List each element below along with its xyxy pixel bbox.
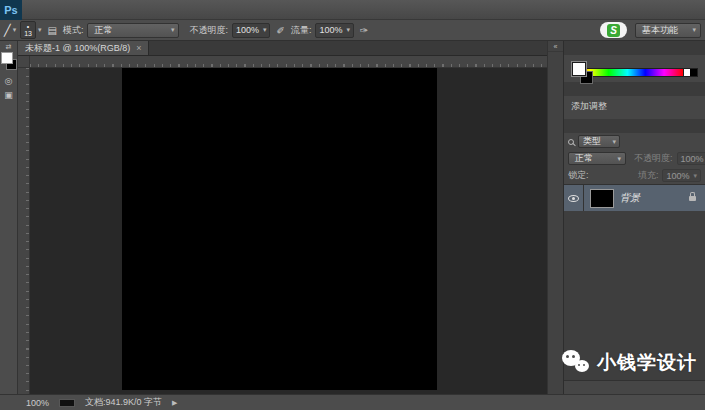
layer-filter-row: 类型 ▾ bbox=[564, 133, 705, 150]
chevron-down-icon: ▾ bbox=[612, 138, 616, 146]
chevron-down-icon: ▾ bbox=[38, 26, 42, 34]
chevron-down-icon: ▾ bbox=[617, 155, 621, 163]
flow-value: 100% bbox=[319, 25, 342, 35]
quick-mask-button[interactable]: ◎ bbox=[0, 74, 17, 88]
pasteboard[interactable] bbox=[30, 68, 547, 394]
color-swatches bbox=[0, 52, 17, 74]
fill-label: 填充: bbox=[638, 169, 659, 182]
close-tab-icon[interactable]: × bbox=[136, 43, 141, 53]
vertical-ruler[interactable] bbox=[18, 68, 30, 394]
color-panel-body bbox=[564, 55, 705, 82]
lock-label: 锁定: bbox=[568, 169, 589, 182]
watermark-text: 小钱学设计 bbox=[597, 350, 697, 376]
airbrush-icon[interactable]: ✑ bbox=[358, 25, 370, 36]
zoom-level-field[interactable]: 100% bbox=[26, 398, 49, 408]
ruler-origin[interactable] bbox=[18, 56, 30, 68]
eye-icon bbox=[568, 195, 579, 202]
workspace-value: 基本功能 bbox=[642, 24, 678, 37]
status-color-box bbox=[59, 399, 75, 407]
panel-column: 添加调整 类型 ▾ 正常 ▾ 不透明度: bbox=[563, 41, 705, 394]
flow-input[interactable]: 100% ▾ bbox=[315, 23, 354, 38]
brush-tool-icon: ╱ bbox=[4, 24, 11, 37]
adjustments-panel: 添加调整 bbox=[564, 82, 705, 119]
sogou-logo[interactable]: S bbox=[607, 24, 620, 37]
foreground-color-swatch[interactable] bbox=[1, 52, 13, 64]
layer-visibility-toggle[interactable] bbox=[564, 185, 584, 211]
document-tab-bar: 未标题-1 @ 100%(RGB/8) × bbox=[18, 41, 547, 56]
tools-panel: ⇄ ◎ ▣ bbox=[0, 41, 18, 394]
adjustments-panel-tabs bbox=[564, 82, 705, 96]
chevron-down-icon: ▾ bbox=[171, 26, 175, 34]
toggle-brush-panel-icon[interactable]: ▤ bbox=[45, 25, 58, 36]
blend-mode-select[interactable]: 正常 ▾ bbox=[87, 23, 179, 38]
watermark: 小钱学设计 bbox=[562, 350, 697, 376]
adjustments-body: 添加调整 bbox=[564, 96, 705, 119]
document-content bbox=[18, 68, 547, 394]
chevron-down-icon: ▾ bbox=[346, 26, 350, 34]
layer-opacity-label: 不透明度: bbox=[634, 152, 673, 165]
horizontal-ruler[interactable] bbox=[30, 56, 547, 68]
opacity-value: 100% bbox=[236, 25, 259, 35]
document-area: 未标题-1 @ 100%(RGB/8) × bbox=[18, 41, 547, 394]
document-size-info[interactable]: 文档:941.9K/0 字节 bbox=[85, 396, 162, 409]
title-bar: Ps bbox=[0, 0, 705, 20]
layer-lock-icon bbox=[689, 196, 696, 201]
layer-blend-row: 正常 ▾ 不透明度: 100% ▾ bbox=[564, 150, 705, 167]
layer-fill-input[interactable]: 100% ▾ bbox=[662, 169, 701, 182]
layer-thumbnail[interactable] bbox=[590, 189, 614, 208]
opacity-input[interactable]: 100% ▾ bbox=[232, 23, 271, 38]
swap-colors-icon[interactable]: ⇄ bbox=[0, 42, 17, 51]
layer-filter-select[interactable]: 类型 ▾ bbox=[578, 135, 620, 148]
color-panel bbox=[564, 41, 705, 82]
brush-size-value: 13 bbox=[24, 30, 32, 37]
panel-foreground-swatch[interactable] bbox=[572, 62, 586, 76]
options-bar: ╱ ▾ • 13 ▾ ▤ 模式: 正常 ▾ 不透明度: 100% ▾ ✐ 流量:… bbox=[0, 20, 705, 41]
status-bar: 100% 文档:941.9K/0 字节 ▶ bbox=[0, 394, 705, 410]
layer-lock-row: 锁定: 填充: 100% ▾ bbox=[564, 167, 705, 184]
layer-fill-value: 100% bbox=[666, 171, 689, 181]
blend-mode-value: 正常 bbox=[94, 24, 112, 37]
screen-mode-button[interactable]: ▣ bbox=[0, 88, 17, 102]
document-title: 未标题-1 @ 100%(RGB/8) bbox=[25, 42, 130, 55]
canvas[interactable] bbox=[122, 68, 437, 390]
search-icon bbox=[568, 139, 574, 145]
color-panel-tabs bbox=[564, 41, 705, 55]
mode-label: 模式: bbox=[63, 24, 84, 37]
photoshop-logo: Ps bbox=[0, 0, 22, 20]
layer-name[interactable]: 背景 bbox=[620, 191, 640, 205]
expand-panels-icon[interactable]: « bbox=[548, 41, 563, 52]
chevron-down-icon: ▾ bbox=[692, 26, 696, 34]
workspace-select[interactable]: 基本功能 ▾ bbox=[635, 23, 701, 38]
top-ruler-row bbox=[18, 56, 547, 68]
brush-dot-icon: • bbox=[27, 23, 29, 30]
spectrum-white[interactable] bbox=[683, 69, 690, 76]
flow-label: 流量: bbox=[291, 24, 312, 37]
layer-opacity-input[interactable]: 100% ▾ bbox=[677, 152, 705, 165]
layer-blend-select[interactable]: 正常 ▾ bbox=[568, 152, 626, 165]
chevron-down-icon: ▾ bbox=[13, 26, 17, 34]
ime-toolbar: S bbox=[600, 22, 627, 38]
spectrum-black[interactable] bbox=[690, 69, 697, 76]
layers-panel-tabs bbox=[564, 119, 705, 133]
main-area: ⇄ ◎ ▣ 未标题-1 @ 100%(RGB/8) × « bbox=[0, 41, 705, 394]
adjustments-header: 添加调整 bbox=[568, 98, 701, 116]
brush-preview: • 13 bbox=[20, 21, 36, 39]
layer-row-background[interactable]: 背景 bbox=[564, 185, 705, 211]
layer-opacity-value: 100% bbox=[681, 154, 704, 164]
tool-preset-picker[interactable]: ╱ ▾ bbox=[4, 24, 16, 37]
collapsed-panel-dock: « bbox=[547, 41, 563, 394]
status-arrow-icon[interactable]: ▶ bbox=[172, 399, 177, 407]
document-tab[interactable]: 未标题-1 @ 100%(RGB/8) × bbox=[18, 41, 149, 55]
chevron-down-icon: ▾ bbox=[263, 26, 267, 34]
chevron-down-icon: ▾ bbox=[693, 172, 697, 180]
pressure-opacity-icon[interactable]: ✐ bbox=[274, 25, 286, 36]
layer-blend-value: 正常 bbox=[575, 152, 593, 165]
layers-bottom-bar bbox=[564, 381, 705, 394]
opacity-label: 不透明度: bbox=[189, 24, 228, 37]
layer-filter-value: 类型 bbox=[583, 135, 601, 148]
wechat-icon bbox=[562, 350, 592, 376]
brush-size-picker[interactable]: • 13 ▾ bbox=[20, 21, 41, 39]
